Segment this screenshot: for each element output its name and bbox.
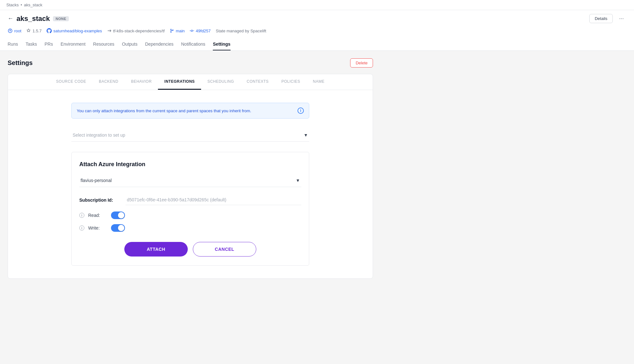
more-button[interactable]: ··· xyxy=(617,14,626,23)
back-button[interactable]: ← xyxy=(8,15,13,22)
tab-name[interactable]: NAME xyxy=(306,74,331,90)
nav-runs[interactable]: Runs xyxy=(8,38,18,50)
settings-header: Settings Delete xyxy=(8,58,373,68)
settings-card: SOURCE CODE BACKEND BEHAVIOR INTEGRATION… xyxy=(8,74,373,279)
breadcrumb: Stacks • aks_stack xyxy=(0,0,634,10)
meta-state-label: State managed by Spacelift xyxy=(216,29,266,33)
attach-section: Attach Azure Integration flavius-persona… xyxy=(71,152,309,266)
read-toggle[interactable] xyxy=(111,211,125,219)
tab-source-code[interactable]: SOURCE CODE xyxy=(50,74,93,90)
settings-tabs: SOURCE CODE BACKEND BEHAVIOR INTEGRATION… xyxy=(8,74,373,90)
delete-button[interactable]: Delete xyxy=(350,58,373,68)
subscription-field-row: Subscription Id: xyxy=(79,195,301,205)
action-buttons: ATTACH CANCEL xyxy=(79,242,301,257)
header-area: ← aks_stack NONE Details ··· root 1.5.7 xyxy=(0,10,634,51)
details-button[interactable]: Details xyxy=(589,14,613,23)
root-icon xyxy=(8,28,13,33)
info-banner: You can only attach integrations from th… xyxy=(71,103,309,119)
stacks-link[interactable]: Stacks xyxy=(6,3,19,7)
meta-state: State managed by Spacelift xyxy=(216,29,266,33)
tab-behavior[interactable]: BEHAVIOR xyxy=(125,74,158,90)
meta-branch-label: main xyxy=(176,29,185,33)
primary-nav: Runs Tasks PRs Environment Resources Out… xyxy=(8,38,626,50)
path-icon xyxy=(107,29,112,33)
subscription-id-input[interactable] xyxy=(126,195,301,205)
meta-commit[interactable]: 49fd257 xyxy=(190,29,211,33)
svg-point-4 xyxy=(191,30,193,32)
read-info-icon: i xyxy=(79,213,84,218)
nav-dependencies[interactable]: Dependencies xyxy=(145,38,173,50)
read-toggle-row: i Read: xyxy=(79,211,301,219)
meta-version-label: 1.5.7 xyxy=(32,29,42,33)
meta-root-label: root xyxy=(14,29,21,33)
current-stack-label: aks_stack xyxy=(24,3,42,7)
integration-dropdown[interactable]: flavius-personal ▼ xyxy=(79,174,301,187)
none-badge: NONE xyxy=(53,16,69,21)
page-content: Settings Delete SOURCE CODE BACKEND BEHA… xyxy=(0,51,381,286)
stack-meta: root 1.5.7 saturnhead/blog-examples tf-k… xyxy=(8,26,626,36)
tab-scheduling[interactable]: SCHEDULING xyxy=(201,74,240,90)
info-banner-text: You can only attach integrations from th… xyxy=(77,108,251,113)
meta-github-label: saturnhead/blog-examples xyxy=(53,29,102,33)
tab-integrations[interactable]: INTEGRATIONS xyxy=(158,74,201,90)
meta-root[interactable]: root xyxy=(8,28,21,33)
attach-title: Attach Azure Integration xyxy=(79,161,301,168)
svg-point-1 xyxy=(171,29,172,30)
write-info-icon: i xyxy=(79,225,84,231)
write-toggle-row: i Write: xyxy=(79,224,301,232)
nav-tasks[interactable]: Tasks xyxy=(26,38,37,50)
write-label: Write: xyxy=(88,225,107,231)
info-icon: i xyxy=(297,107,304,114)
settings-body: You can only attach integrations from th… xyxy=(8,90,373,278)
meta-version: 1.5.7 xyxy=(26,29,42,33)
meta-github[interactable]: saturnhead/blog-examples xyxy=(47,28,102,33)
nav-prs[interactable]: PRs xyxy=(44,38,53,50)
nav-resources[interactable]: Resources xyxy=(93,38,114,50)
settings-title: Settings xyxy=(8,59,33,67)
integration-chevron-icon: ▼ xyxy=(296,178,300,183)
read-label: Read: xyxy=(88,213,107,218)
meta-branch[interactable]: main xyxy=(170,29,185,33)
svg-point-2 xyxy=(171,32,172,33)
nav-settings[interactable]: Settings xyxy=(213,38,230,50)
tab-contexts[interactable]: CONTEXTS xyxy=(240,74,275,90)
integration-select-row[interactable]: Select integration to set up ▼ xyxy=(71,129,309,142)
integration-value: flavius-personal xyxy=(81,178,112,183)
nav-outputs[interactable]: Outputs xyxy=(122,38,137,50)
subscription-id-label: Subscription Id: xyxy=(79,198,121,203)
meta-path-label: tf-k8s-stack-dependencies/tf xyxy=(113,29,165,33)
stack-name: aks_stack xyxy=(16,15,50,23)
attach-button[interactable]: ATTACH xyxy=(124,242,188,257)
branch-icon xyxy=(170,29,174,33)
meta-path: tf-k8s-stack-dependencies/tf xyxy=(107,29,165,33)
chevron-down-icon: ▼ xyxy=(304,133,308,138)
tab-policies[interactable]: POLICIES xyxy=(275,74,306,90)
version-icon xyxy=(26,29,31,33)
commit-icon xyxy=(190,29,194,33)
stack-title-left: ← aks_stack NONE xyxy=(8,15,69,23)
stack-title-row: ← aks_stack NONE Details ··· xyxy=(8,14,626,23)
nav-environment[interactable]: Environment xyxy=(61,38,86,50)
write-toggle[interactable] xyxy=(111,224,125,232)
github-icon xyxy=(47,28,52,33)
breadcrumb-separator: • xyxy=(21,3,22,7)
select-placeholder: Select integration to set up xyxy=(73,133,125,138)
header-right: Details ··· xyxy=(589,14,626,23)
tab-backend[interactable]: BACKEND xyxy=(93,74,125,90)
nav-notifications[interactable]: Notifications xyxy=(181,38,205,50)
cancel-button[interactable]: CANCEL xyxy=(193,242,256,257)
meta-commit-label: 49fd257 xyxy=(196,29,211,33)
